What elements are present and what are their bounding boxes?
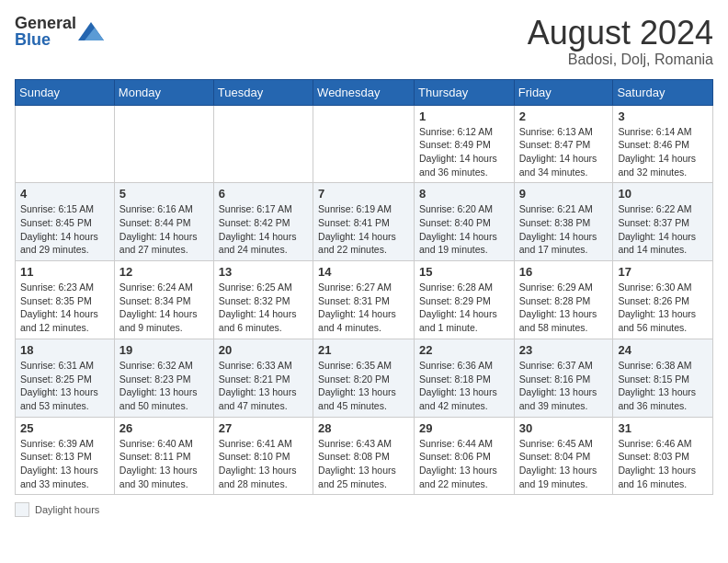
calendar-cell: 3Sunrise: 6:14 AM Sunset: 8:46 PM Daylig… bbox=[613, 105, 713, 183]
day-info: Sunrise: 6:24 AM Sunset: 8:34 PM Dayligh… bbox=[119, 281, 209, 335]
calendar-cell: 14Sunrise: 6:27 AM Sunset: 8:31 PM Dayli… bbox=[313, 261, 415, 339]
day-number: 12 bbox=[119, 265, 209, 279]
day-number: 3 bbox=[618, 109, 708, 123]
location-title: Badosi, Dolj, Romania bbox=[528, 52, 713, 68]
day-number: 11 bbox=[20, 265, 109, 279]
day-number: 26 bbox=[119, 421, 209, 435]
day-number: 18 bbox=[20, 343, 109, 357]
day-info: Sunrise: 6:46 AM Sunset: 8:03 PM Dayligh… bbox=[618, 437, 708, 491]
logo-general: General bbox=[15, 14, 76, 32]
calendar-cell: 12Sunrise: 6:24 AM Sunset: 8:34 PM Dayli… bbox=[114, 261, 213, 339]
calendar-cell: 6Sunrise: 6:17 AM Sunset: 8:42 PM Daylig… bbox=[213, 183, 313, 261]
weekday-header-row: SundayMondayTuesdayWednesdayThursdayFrid… bbox=[16, 79, 713, 105]
day-info: Sunrise: 6:15 AM Sunset: 8:45 PM Dayligh… bbox=[20, 202, 109, 257]
calendar-cell: 13Sunrise: 6:25 AM Sunset: 8:32 PM Dayli… bbox=[213, 261, 313, 339]
day-info: Sunrise: 6:16 AM Sunset: 8:44 PM Dayligh… bbox=[119, 202, 209, 257]
calendar-cell bbox=[313, 105, 415, 183]
day-number: 1 bbox=[419, 109, 509, 123]
weekday-wednesday: Wednesday bbox=[313, 79, 415, 105]
day-number: 6 bbox=[219, 187, 308, 201]
day-number: 29 bbox=[419, 421, 509, 435]
day-number: 8 bbox=[419, 187, 509, 201]
legend-item: Daylight hours bbox=[15, 502, 713, 517]
calendar-cell: 16Sunrise: 6:29 AM Sunset: 8:28 PM Dayli… bbox=[514, 261, 613, 339]
day-info: Sunrise: 6:23 AM Sunset: 8:35 PM Dayligh… bbox=[20, 281, 109, 335]
day-info: Sunrise: 6:22 AM Sunset: 8:37 PM Dayligh… bbox=[618, 202, 708, 257]
day-info: Sunrise: 6:21 AM Sunset: 8:38 PM Dayligh… bbox=[519, 202, 609, 257]
day-info: Sunrise: 6:43 AM Sunset: 8:08 PM Dayligh… bbox=[318, 437, 409, 491]
calendar-cell: 27Sunrise: 6:41 AM Sunset: 8:10 PM Dayli… bbox=[213, 417, 313, 495]
day-number: 25 bbox=[20, 421, 109, 435]
day-info: Sunrise: 6:45 AM Sunset: 8:04 PM Dayligh… bbox=[519, 437, 609, 491]
logo: General Blue bbox=[15, 15, 104, 48]
day-number: 16 bbox=[519, 265, 609, 279]
calendar-cell: 8Sunrise: 6:20 AM Sunset: 8:40 PM Daylig… bbox=[415, 183, 515, 261]
calendar-cell: 4Sunrise: 6:15 AM Sunset: 8:45 PM Daylig… bbox=[16, 183, 115, 261]
day-number: 7 bbox=[318, 187, 409, 201]
calendar-cell: 24Sunrise: 6:38 AM Sunset: 8:15 PM Dayli… bbox=[613, 339, 713, 417]
legend: Daylight hours bbox=[15, 502, 713, 517]
calendar-cell bbox=[213, 105, 313, 183]
day-number: 23 bbox=[519, 343, 609, 357]
weekday-monday: Monday bbox=[114, 79, 213, 105]
day-number: 17 bbox=[618, 265, 708, 279]
day-info: Sunrise: 6:20 AM Sunset: 8:40 PM Dayligh… bbox=[419, 202, 509, 257]
week-row-0: 1Sunrise: 6:12 AM Sunset: 8:49 PM Daylig… bbox=[16, 105, 713, 183]
day-info: Sunrise: 6:25 AM Sunset: 8:32 PM Dayligh… bbox=[219, 281, 308, 335]
day-info: Sunrise: 6:19 AM Sunset: 8:41 PM Dayligh… bbox=[318, 202, 409, 257]
calendar-cell: 23Sunrise: 6:37 AM Sunset: 8:16 PM Dayli… bbox=[514, 339, 613, 417]
calendar-cell: 17Sunrise: 6:30 AM Sunset: 8:26 PM Dayli… bbox=[613, 261, 713, 339]
day-number: 5 bbox=[119, 187, 209, 201]
title-block: August 2024 Badosi, Dolj, Romania bbox=[528, 15, 713, 68]
day-info: Sunrise: 6:30 AM Sunset: 8:26 PM Dayligh… bbox=[618, 281, 708, 335]
calendar-cell: 29Sunrise: 6:44 AM Sunset: 8:06 PM Dayli… bbox=[415, 417, 515, 495]
week-row-3: 18Sunrise: 6:31 AM Sunset: 8:25 PM Dayli… bbox=[16, 339, 713, 417]
calendar-cell: 22Sunrise: 6:36 AM Sunset: 8:18 PM Dayli… bbox=[415, 339, 515, 417]
calendar-cell: 20Sunrise: 6:33 AM Sunset: 8:21 PM Dayli… bbox=[213, 339, 313, 417]
calendar-cell: 15Sunrise: 6:28 AM Sunset: 8:29 PM Dayli… bbox=[415, 261, 515, 339]
calendar-cell: 10Sunrise: 6:22 AM Sunset: 8:37 PM Dayli… bbox=[613, 183, 713, 261]
calendar-cell: 18Sunrise: 6:31 AM Sunset: 8:25 PM Dayli… bbox=[16, 339, 115, 417]
day-info: Sunrise: 6:28 AM Sunset: 8:29 PM Dayligh… bbox=[419, 281, 509, 335]
weekday-saturday: Saturday bbox=[613, 79, 713, 105]
day-number: 10 bbox=[618, 187, 708, 201]
week-row-2: 11Sunrise: 6:23 AM Sunset: 8:35 PM Dayli… bbox=[16, 261, 713, 339]
calendar-cell: 9Sunrise: 6:21 AM Sunset: 8:38 PM Daylig… bbox=[514, 183, 613, 261]
day-info: Sunrise: 6:33 AM Sunset: 8:21 PM Dayligh… bbox=[219, 359, 308, 413]
weekday-tuesday: Tuesday bbox=[213, 79, 313, 105]
calendar-table: SundayMondayTuesdayWednesdayThursdayFrid… bbox=[15, 79, 713, 496]
calendar-cell: 1Sunrise: 6:12 AM Sunset: 8:49 PM Daylig… bbox=[415, 105, 515, 183]
day-info: Sunrise: 6:13 AM Sunset: 8:47 PM Dayligh… bbox=[519, 125, 609, 179]
day-number: 9 bbox=[519, 187, 609, 201]
day-info: Sunrise: 6:29 AM Sunset: 8:28 PM Dayligh… bbox=[519, 281, 609, 335]
day-number: 21 bbox=[318, 343, 409, 357]
weekday-friday: Friday bbox=[514, 79, 613, 105]
legend-color-box bbox=[15, 502, 29, 517]
day-info: Sunrise: 6:37 AM Sunset: 8:16 PM Dayligh… bbox=[519, 359, 609, 413]
calendar-cell: 5Sunrise: 6:16 AM Sunset: 8:44 PM Daylig… bbox=[114, 183, 213, 261]
day-info: Sunrise: 6:39 AM Sunset: 8:13 PM Dayligh… bbox=[20, 437, 109, 491]
calendar-cell: 7Sunrise: 6:19 AM Sunset: 8:41 PM Daylig… bbox=[313, 183, 415, 261]
day-number: 27 bbox=[219, 421, 308, 435]
day-number: 15 bbox=[419, 265, 509, 279]
day-number: 28 bbox=[318, 421, 409, 435]
logo-icon bbox=[78, 22, 104, 40]
calendar-cell: 21Sunrise: 6:35 AM Sunset: 8:20 PM Dayli… bbox=[313, 339, 415, 417]
day-info: Sunrise: 6:31 AM Sunset: 8:25 PM Dayligh… bbox=[20, 359, 109, 413]
day-number: 13 bbox=[219, 265, 308, 279]
calendar-cell: 31Sunrise: 6:46 AM Sunset: 8:03 PM Dayli… bbox=[613, 417, 713, 495]
day-info: Sunrise: 6:17 AM Sunset: 8:42 PM Dayligh… bbox=[219, 202, 308, 257]
calendar-cell: 11Sunrise: 6:23 AM Sunset: 8:35 PM Dayli… bbox=[16, 261, 115, 339]
calendar-cell: 19Sunrise: 6:32 AM Sunset: 8:23 PM Dayli… bbox=[114, 339, 213, 417]
calendar-cell: 26Sunrise: 6:40 AM Sunset: 8:11 PM Dayli… bbox=[114, 417, 213, 495]
logo-blue: Blue bbox=[15, 30, 51, 49]
calendar-cell: 28Sunrise: 6:43 AM Sunset: 8:08 PM Dayli… bbox=[313, 417, 415, 495]
day-info: Sunrise: 6:36 AM Sunset: 8:18 PM Dayligh… bbox=[419, 359, 509, 413]
week-row-4: 25Sunrise: 6:39 AM Sunset: 8:13 PM Dayli… bbox=[16, 417, 713, 495]
calendar-cell: 30Sunrise: 6:45 AM Sunset: 8:04 PM Dayli… bbox=[514, 417, 613, 495]
day-number: 4 bbox=[20, 187, 109, 201]
legend-label: Daylight hours bbox=[35, 504, 99, 515]
week-row-1: 4Sunrise: 6:15 AM Sunset: 8:45 PM Daylig… bbox=[16, 183, 713, 261]
day-info: Sunrise: 6:38 AM Sunset: 8:15 PM Dayligh… bbox=[618, 359, 708, 413]
day-info: Sunrise: 6:35 AM Sunset: 8:20 PM Dayligh… bbox=[318, 359, 409, 413]
